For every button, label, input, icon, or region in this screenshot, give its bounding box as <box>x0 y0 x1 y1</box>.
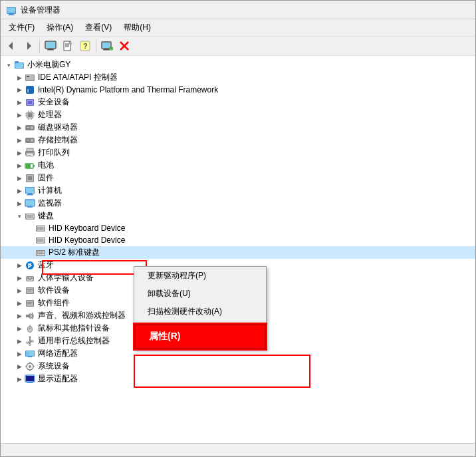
svg-rect-76 <box>27 215 28 216</box>
tree-item-cpu[interactable]: ▶ 处理器 <box>1 108 475 121</box>
expand-ide[interactable]: ▶ <box>14 73 25 83</box>
tree-item-hid2[interactable]: ▶ HID Keyboard Device <box>1 234 475 246</box>
svg-point-136 <box>29 343 31 345</box>
expand-monitor[interactable]: ▶ <box>14 198 25 209</box>
expand-sysdev[interactable]: ▶ <box>14 361 25 372</box>
icon-sysdev <box>25 361 35 372</box>
expand-keyboard[interactable]: ▾ <box>14 211 25 222</box>
tree-item-keyboard[interactable]: ▾ 键盘 <box>1 210 475 222</box>
label-keyboard: 键盘 <box>38 210 54 222</box>
icon-computer <box>25 186 35 196</box>
svg-rect-38 <box>28 113 32 117</box>
tree-item-hid1[interactable]: ▶ HID Keyboard Device <box>1 222 475 234</box>
tree-item-ps2[interactable]: ▶ PS/2 标准键盘 <box>1 246 475 259</box>
expand-hid-input[interactable]: ▶ <box>14 273 25 283</box>
svg-rect-8 <box>49 49 53 49</box>
svg-rect-2 <box>9 14 13 15</box>
forward-button[interactable] <box>21 38 37 54</box>
label-bluetooth: 蓝牙 <box>38 259 54 271</box>
icon-mouse <box>25 323 35 334</box>
menu-help[interactable]: 帮助(H) <box>118 21 156 35</box>
svg-rect-77 <box>29 215 30 216</box>
ctx-separator <box>134 322 266 323</box>
status-bar <box>1 443 475 456</box>
toolbar: ? + <box>1 37 475 56</box>
tree-item-intel[interactable]: ▶ i Intel(R) Dynamic Platform and Therma… <box>1 84 475 96</box>
svg-rect-119 <box>27 291 31 291</box>
expand-display[interactable]: ▶ <box>14 374 25 384</box>
icon-hid-input <box>25 273 35 283</box>
icon-network <box>25 349 35 359</box>
help-button[interactable]: ? <box>77 38 93 54</box>
expand-root[interactable]: ▾ <box>3 60 14 71</box>
tree-item-computer[interactable]: ▶ 计算机 <box>1 184 475 197</box>
tree-item-firmware[interactable]: ▶ 固件 <box>1 172 475 184</box>
svg-rect-65 <box>28 176 32 180</box>
title-icon <box>6 5 17 16</box>
expand-network[interactable]: ▶ <box>14 349 25 359</box>
svg-rect-71 <box>26 200 34 206</box>
expand-cpu[interactable]: ▶ <box>14 110 25 120</box>
tree-item-ide[interactable]: ▶ IDE ATA/ATAPI 控制器 <box>1 71 475 84</box>
tree-item-security[interactable]: ▶ 安全设备 <box>1 96 475 108</box>
icon-bluetooth <box>25 260 35 271</box>
back-button[interactable] <box>3 38 19 54</box>
tree-item-display[interactable]: ▶ 显示适配器 <box>1 373 475 385</box>
computer-button[interactable] <box>43 38 59 54</box>
icon-monitor <box>25 198 35 209</box>
ctx-properties[interactable]: 属性(R) <box>134 324 266 349</box>
label-battery: 电池 <box>38 160 54 171</box>
expand-softdev[interactable]: ▶ <box>14 285 25 296</box>
expand-print[interactable]: ▶ <box>14 148 25 158</box>
expand-intel[interactable]: ▶ <box>14 84 25 95</box>
expand-softcomp[interactable]: ▶ <box>14 298 25 309</box>
label-security: 安全设备 <box>38 96 70 108</box>
root-item[interactable]: ▾ 小米电脑GY <box>1 59 475 71</box>
expand-security[interactable]: ▶ <box>14 97 25 108</box>
expand-usb[interactable]: ▶ <box>14 336 25 347</box>
expand-storage[interactable]: ▶ <box>14 135 25 146</box>
properties-button[interactable] <box>60 38 76 54</box>
label-softdev: 软件设备 <box>38 285 70 296</box>
tree-item-print[interactable]: ▶ 打印队列 <box>1 146 475 159</box>
expand-firmware[interactable]: ▶ <box>14 173 25 184</box>
svg-rect-89 <box>37 229 39 230</box>
ctx-update-driver[interactable]: 更新驱动程序(P) <box>134 267 266 285</box>
icon-print <box>25 148 35 158</box>
label-storage: 存储控制器 <box>38 134 78 146</box>
icon-disk <box>25 122 35 133</box>
ctx-uninstall[interactable]: 卸载设备(U) <box>134 285 266 303</box>
display-button[interactable]: + <box>99 38 115 54</box>
svg-rect-81 <box>29 216 32 218</box>
svg-rect-80 <box>27 216 28 218</box>
expand-bluetooth[interactable]: ▶ <box>14 260 25 271</box>
device-manager-window: 设备管理器 文件(F) 操作(A) 查看(V) 帮助(H) <box>0 0 476 457</box>
icon-keyboard <box>25 211 35 222</box>
remove-button[interactable] <box>116 38 132 54</box>
separator-1 <box>39 39 40 53</box>
svg-text:+: + <box>110 47 112 51</box>
expand-battery[interactable]: ▶ <box>14 160 25 171</box>
tree-item-monitor[interactable]: ▶ 监视器 <box>1 197 475 210</box>
tree-item-disk[interactable]: ▶ 磁盘驱动器 <box>1 121 475 134</box>
expand-mouse[interactable]: ▶ <box>14 323 25 334</box>
expand-disk[interactable]: ▶ <box>14 122 25 133</box>
label-network: 网络适配器 <box>38 348 78 359</box>
expand-sound[interactable]: ▶ <box>14 311 25 321</box>
icon-intel: i <box>25 84 35 95</box>
svg-rect-82 <box>33 216 34 218</box>
tree-item-storage[interactable]: ▶ 存储控制器 <box>1 134 475 146</box>
svg-rect-109 <box>43 253 45 254</box>
menu-file[interactable]: 文件(F) <box>3 21 40 35</box>
svg-rect-118 <box>27 289 33 290</box>
svg-point-49 <box>31 127 33 128</box>
expand-computer[interactable]: ▶ <box>14 186 25 196</box>
menu-action[interactable]: 操作(A) <box>41 21 78 35</box>
tree-item-sysdev[interactable]: ▶ 系统设备 <box>1 360 475 373</box>
ctx-scan[interactable]: 扫描检测硬件改动(A) <box>134 303 266 321</box>
icon-firmware <box>25 173 35 184</box>
svg-marker-4 <box>9 42 13 50</box>
menu-view[interactable]: 查看(V) <box>80 21 117 35</box>
label-softcomp: 软件组件 <box>38 297 70 309</box>
tree-item-battery[interactable]: ▶ 电池 <box>1 159 475 172</box>
